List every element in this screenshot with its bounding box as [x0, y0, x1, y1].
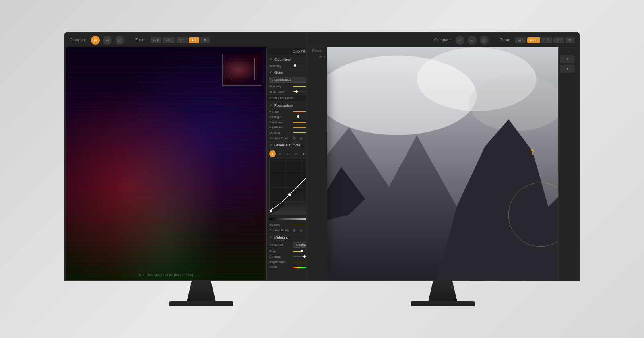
curves-tab-b[interactable]: B [293, 152, 299, 156]
right-partial-panel: Presets 64 ∧ [307, 47, 327, 280]
svg-point-3 [270, 210, 272, 213]
svg-point-11 [531, 149, 534, 151]
right-monitor: Compare ⊞ ⊟ ◫ Zoom FIT FILL 1:1 2:1 ▼ [306, 32, 580, 306]
mountain-svg [327, 47, 558, 280]
right-photo-area[interactable]: Presets 64 ∧ All 64 [327, 47, 558, 280]
levels-curves-check: ✓ [269, 143, 272, 147]
svg-point-14 [414, 134, 416, 135]
right-zoom-fill[interactable]: FILL [527, 37, 540, 43]
right-compare-btn-3[interactable]: ◫ [480, 36, 489, 45]
color-label: Color [269, 265, 291, 269]
svg-point-0 [288, 193, 291, 196]
blur-thumb[interactable] [301, 250, 303, 252]
opacity-label: Opacity [269, 131, 291, 134]
brightness-label: Brightness [269, 260, 291, 264]
presets-side-label: Presets [309, 49, 325, 52]
right-panel-btn-1[interactable]: ≡ [560, 55, 575, 63]
bottom-text: Non-destructive edits (larger files) [139, 273, 193, 277]
right-zoom-label: Zoom [500, 38, 510, 42]
zoom-label: Zoom [135, 38, 146, 42]
control-add-icon[interactable]: ⊕ [299, 136, 303, 140]
zoom-fill[interactable]: FILL [163, 37, 175, 43]
zoom-arrow[interactable]: ▼ [200, 37, 210, 43]
left-monitor-base [169, 301, 233, 306]
zoom-fit[interactable]: FIT [151, 37, 162, 43]
zoom-1x[interactable]: 1:1 [177, 37, 188, 43]
right-panel-item-1: ·· [560, 49, 577, 54]
curves-opacity-label: Opacity [269, 223, 291, 227]
right-content: Presets 64 ∧ [307, 47, 578, 280]
clearview-intensity-label: Intensity [269, 64, 291, 68]
curves-gear-icon[interactable]: ⚙ [293, 228, 296, 233]
right-zoom-fit[interactable]: FIT [515, 37, 526, 43]
strength-label: Strength [269, 115, 291, 119]
control-gear-icon[interactable]: ⚙ [293, 136, 296, 140]
zoom-1-8[interactable]: 1:8 [189, 37, 200, 43]
left-monitor: Compare ⊞ ⊟ ◫ Zoom FIT FILL 1:1 1:8 ▼ [64, 32, 338, 306]
grain-size-thumb[interactable] [295, 90, 298, 93]
right-zoom-buttons: FIT FILL 1:1 2:1 ▼ [515, 37, 574, 43]
compare-btn-2[interactable]: ⊟ [103, 36, 112, 45]
right-screen: Compare ⊞ ⊟ ◫ Zoom FIT FILL 1:1 2:1 ▼ [306, 32, 580, 281]
grain-size-label: Grain Size [269, 90, 291, 93]
left-top-bar: Compare ⊞ ⊟ ◫ Zoom FIT FILL 1:1 1:8 ▼ [66, 33, 337, 47]
control-points-label: Control Points [269, 136, 289, 140]
curves-tab-g[interactable]: G [285, 152, 292, 156]
contrast-thumb[interactable] [303, 255, 306, 258]
left-content: Non-destructive edits (larger files) DxO… [66, 47, 337, 280]
contrast-label: Contrast [269, 255, 291, 258]
strength-thumb[interactable] [297, 115, 299, 118]
grain-check: ✓ [269, 70, 272, 74]
compare-label: Compare [70, 38, 86, 42]
right-zoom-1x[interactable]: 1:1 [541, 37, 552, 43]
right-compare-btn-2[interactable]: ⊟ [468, 36, 477, 45]
blur-label: Blur [269, 249, 291, 253]
curves-add-icon[interactable]: ⊕ [299, 228, 303, 233]
right-monitor-stand [427, 281, 459, 301]
loupe-thumbnail[interactable] [222, 54, 262, 86]
right-zoom-arrow[interactable]: ▼ [565, 37, 574, 43]
rotate-label: Rotate [269, 110, 291, 113]
compare-btn-1[interactable]: ⊞ [91, 36, 100, 45]
mountains-photo: Presets 64 ∧ All 64 [327, 47, 558, 280]
presets-side-count: 64 ∧ [309, 55, 325, 58]
main-photo-area[interactable]: Non-destructive edits (larger files) [66, 47, 266, 280]
clearview-check: ✓ [269, 58, 272, 62]
compare-btn-3[interactable]: ◫ [115, 36, 124, 45]
midnight-check: ✓ [269, 235, 272, 239]
clearview-intensity-thumb[interactable] [294, 64, 296, 67]
curves-tab-r[interactable]: R [277, 152, 284, 156]
right-panel-dropdown[interactable]: ▼ [560, 65, 575, 73]
shadows-label: Shadows [269, 120, 291, 124]
curves-control-label: Control Points [269, 229, 289, 232]
right-compare-btn-1[interactable]: ⊞ [456, 36, 464, 45]
zoom-buttons: FIT FILL 1:1 1:8 ▼ [151, 37, 210, 43]
right-zoom-2-1[interactable]: 2:1 [553, 37, 564, 43]
left-monitor-stand [185, 281, 217, 301]
right-side-panel: ·· ≡ ▼ [558, 47, 578, 280]
colorset-label: Color Set [269, 243, 291, 247]
right-monitor-base [411, 301, 475, 306]
right-top-bar: Compare ⊞ ⊟ ◫ Zoom FIT FILL 1:1 2:1 ▼ [307, 33, 578, 47]
main-photo [66, 47, 266, 280]
left-screen: Compare ⊞ ⊟ ◫ Zoom FIT FILL 1:1 1:8 ▼ [64, 32, 338, 281]
highlights-label: Highlights [269, 126, 291, 129]
curves-tab-rgb[interactable]: ● [269, 150, 276, 157]
grain-intensity-label: Intensity [269, 84, 291, 88]
scene: Compare ⊞ ⊟ ◫ Zoom FIT FILL 1:1 1:8 ▼ [0, 0, 644, 338]
right-compare-label: Compare [434, 38, 451, 42]
polarization-check: ✓ [269, 103, 272, 107]
